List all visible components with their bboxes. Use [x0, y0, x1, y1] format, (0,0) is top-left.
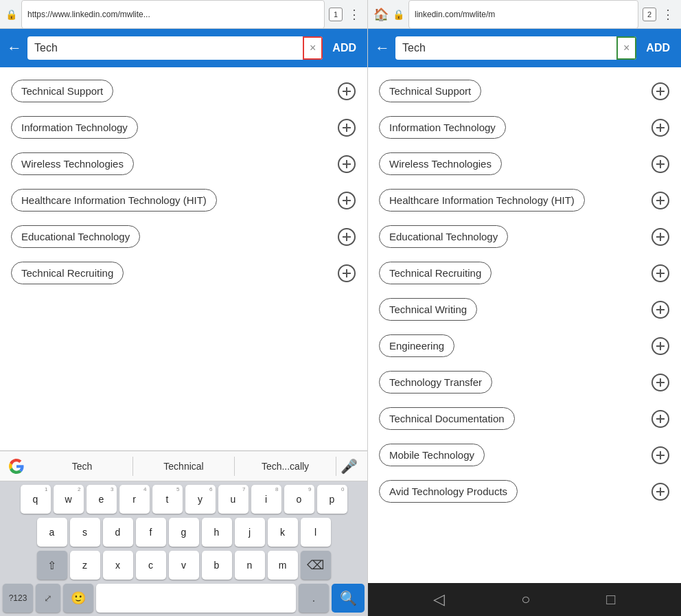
- left-search-input[interactable]: [27, 36, 303, 60]
- key-y[interactable]: 6y: [185, 485, 216, 514]
- add-result-button[interactable]: [337, 191, 356, 210]
- right-url[interactable]: linkedin.com/mwlite/m: [408, 0, 638, 29]
- add-result-button[interactable]: [651, 373, 670, 392]
- result-tag: Avid Technology Products: [379, 480, 518, 503]
- result-tag: Technical Writing: [379, 298, 477, 321]
- key-shift[interactable]: ⇧: [37, 551, 67, 580]
- result-tag: Technical Recruiting: [11, 262, 124, 284]
- add-result-button[interactable]: [337, 118, 356, 137]
- right-result-item[interactable]: Avid Technology Products: [368, 473, 681, 510]
- right-menu-dots[interactable]: ⋮: [660, 7, 676, 22]
- nav-back-button[interactable]: ◁: [433, 591, 445, 608]
- right-result-item[interactable]: Technical Writing: [368, 291, 681, 328]
- key-period[interactable]: .: [299, 584, 329, 613]
- key-k[interactable]: k: [268, 518, 298, 547]
- left-back-button[interactable]: ←: [7, 39, 22, 57]
- right-back-button[interactable]: ←: [375, 39, 390, 57]
- left-result-item[interactable]: Technical Recruiting: [0, 255, 367, 291]
- add-result-button[interactable]: [651, 227, 670, 247]
- add-result-button[interactable]: [337, 227, 356, 247]
- key-f[interactable]: f: [136, 518, 166, 547]
- key-space[interactable]: [96, 584, 296, 613]
- left-add-button[interactable]: ADD: [328, 39, 360, 57]
- add-result-button[interactable]: [651, 300, 670, 319]
- nav-home-button[interactable]: ○: [521, 591, 530, 608]
- key-o[interactable]: 9o: [284, 485, 314, 514]
- mic-button[interactable]: 🎤: [336, 458, 362, 475]
- left-url[interactable]: https://www.linkedin.com/mwlite...: [21, 0, 325, 29]
- right-search-input[interactable]: [395, 36, 616, 60]
- nav-recent-button[interactable]: □: [606, 591, 615, 608]
- add-result-button[interactable]: [651, 446, 670, 465]
- right-result-item[interactable]: Mobile Technology: [368, 437, 681, 473]
- key-n[interactable]: n: [235, 551, 265, 580]
- keyboard-area: Tech Technical Tech...cally 🎤 1q 2w 3e 4…: [0, 450, 367, 616]
- left-result-item[interactable]: Wireless Technologies: [0, 146, 367, 182]
- key-emoji[interactable]: 🙂: [63, 584, 93, 613]
- key-r[interactable]: 4r: [119, 485, 150, 514]
- suggestion-technical[interactable]: Technical: [133, 457, 235, 476]
- key-backspace[interactable]: ⌫: [301, 551, 331, 580]
- add-result-button[interactable]: [337, 82, 356, 101]
- result-tag: Wireless Technologies: [11, 152, 134, 175]
- left-clear-button[interactable]: ×: [303, 36, 323, 60]
- key-e[interactable]: 3e: [86, 485, 117, 514]
- key-z[interactable]: z: [70, 551, 100, 580]
- left-result-item[interactable]: Technical Support: [0, 73, 367, 109]
- key-j[interactable]: j: [235, 518, 265, 547]
- key-s[interactable]: s: [70, 518, 100, 547]
- right-result-item[interactable]: Wireless Technologies: [368, 146, 681, 182]
- left-result-item[interactable]: Information Technology: [0, 109, 367, 146]
- left-result-item[interactable]: Educational Technology: [0, 218, 367, 255]
- right-add-button[interactable]: ADD: [642, 39, 674, 57]
- key-u[interactable]: 7u: [218, 485, 249, 514]
- add-result-button[interactable]: [651, 336, 670, 356]
- add-result-button[interactable]: [651, 82, 670, 101]
- left-result-item[interactable]: Healthcare Information Technology (HIT): [0, 182, 367, 218]
- right-result-item[interactable]: Information Technology: [368, 109, 681, 146]
- add-result-button[interactable]: [651, 191, 670, 210]
- key-row-2: a s d f g h j k l: [0, 516, 367, 549]
- right-search-bar: ← × ADD: [368, 29, 681, 67]
- key-l[interactable]: l: [301, 518, 331, 547]
- key-w[interactable]: 2w: [54, 485, 84, 514]
- result-tag: Technical Recruiting: [379, 262, 492, 284]
- key-q[interactable]: 1q: [21, 485, 51, 514]
- key-search-button[interactable]: 🔍: [332, 584, 365, 613]
- right-browser-bar: 🏠 🔒 linkedin.com/mwlite/m 2 ⋮: [368, 0, 681, 29]
- add-result-button[interactable]: [651, 264, 670, 283]
- result-tag: Technology Transfer: [379, 371, 492, 393]
- right-result-item[interactable]: Healthcare Information Technology (HIT): [368, 182, 681, 218]
- add-result-button[interactable]: [337, 155, 356, 174]
- key-x[interactable]: x: [103, 551, 133, 580]
- key-i[interactable]: 8i: [251, 485, 281, 514]
- suggestion-tech[interactable]: Tech: [32, 457, 133, 476]
- key-m[interactable]: m: [268, 551, 298, 580]
- key-expand[interactable]: ⤢: [36, 584, 60, 613]
- key-a[interactable]: a: [37, 518, 67, 547]
- key-t[interactable]: 5t: [152, 485, 183, 514]
- key-num123[interactable]: ?123: [3, 584, 33, 613]
- right-result-item[interactable]: Technology Transfer: [368, 364, 681, 400]
- key-b[interactable]: b: [202, 551, 232, 580]
- add-result-button[interactable]: [651, 118, 670, 137]
- key-v[interactable]: v: [169, 551, 199, 580]
- left-search-bar: ← × ADD: [0, 29, 367, 67]
- right-result-item[interactable]: Technical Documentation: [368, 400, 681, 437]
- right-result-item[interactable]: Technical Support: [368, 73, 681, 109]
- add-result-button[interactable]: [651, 155, 670, 174]
- right-result-item[interactable]: Technical Recruiting: [368, 255, 681, 291]
- key-d[interactable]: d: [103, 518, 133, 547]
- key-c[interactable]: c: [136, 551, 166, 580]
- add-result-button[interactable]: [651, 409, 670, 429]
- right-result-item[interactable]: Educational Technology: [368, 218, 681, 255]
- right-result-item[interactable]: Engineering: [368, 328, 681, 364]
- key-g[interactable]: g: [169, 518, 199, 547]
- right-clear-button[interactable]: ×: [616, 36, 636, 60]
- left-menu-dots[interactable]: ⋮: [347, 7, 362, 22]
- key-h[interactable]: h: [202, 518, 232, 547]
- add-result-button[interactable]: [337, 264, 356, 283]
- key-p[interactable]: 0p: [317, 485, 347, 514]
- suggestion-technically[interactable]: Tech...cally: [235, 457, 336, 476]
- add-result-button[interactable]: [651, 482, 670, 501]
